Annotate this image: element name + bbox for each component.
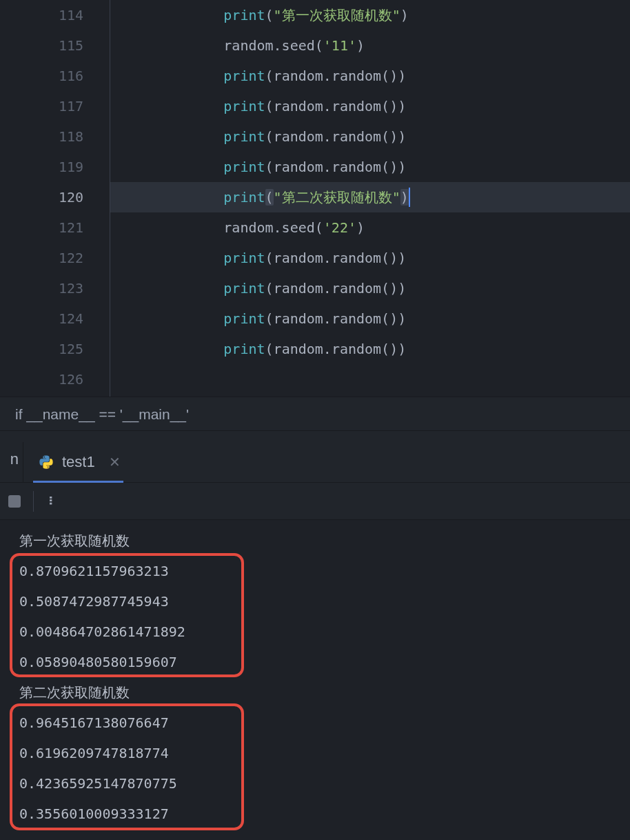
- console-line: 0.42365925147870775: [19, 768, 630, 799]
- stop-button[interactable]: [8, 495, 21, 508]
- code-area[interactable]: print("第一次获取随机数") random.seed('11') prin…: [110, 0, 630, 397]
- line-number: 122: [0, 243, 83, 273]
- line-number: 123: [0, 273, 83, 303]
- console-output[interactable]: 第一次获取随机数0.87096211579632130.508747298774…: [0, 520, 630, 829]
- toolbar-divider: [33, 491, 34, 512]
- console-line: 0.8709621157963213: [19, 556, 630, 586]
- code-line[interactable]: print(random.random()): [110, 61, 630, 91]
- line-number: 119: [0, 152, 83, 182]
- breadcrumb[interactable]: if __name__ == '__main__': [0, 397, 630, 431]
- code-line[interactable]: random.seed('22'): [110, 212, 630, 243]
- code-line[interactable]: print(random.random()): [110, 303, 630, 334]
- line-number: 118: [0, 121, 83, 152]
- console-line: 0.5087472987745943: [19, 586, 630, 617]
- run-toolbar: ⋯: [0, 483, 630, 520]
- code-line[interactable]: print(random.random()): [110, 334, 630, 364]
- previous-tab-fragment[interactable]: n: [0, 442, 23, 482]
- close-icon[interactable]: ✕: [109, 454, 121, 470]
- console-line: 0.9645167138076647: [19, 708, 630, 738]
- code-editor[interactable]: 114115116117118119120121122123124125126 …: [0, 0, 630, 397]
- line-number: 126: [0, 364, 83, 394]
- console-line: 0.6196209747818774: [19, 738, 630, 768]
- code-line[interactable]: print(random.random()): [110, 152, 630, 182]
- tab-test1[interactable]: test1 ✕: [23, 442, 133, 482]
- console-line: 0.004864702861471892: [19, 617, 630, 647]
- console-line: 第二次获取随机数: [19, 677, 630, 708]
- code-line[interactable]: print(random.random()): [110, 91, 630, 121]
- line-number: 120: [0, 182, 83, 212]
- code-line[interactable]: print(random.random()): [110, 273, 630, 303]
- code-line[interactable]: print("第一次获取随机数"): [110, 0, 630, 30]
- more-actions-icon[interactable]: ⋯: [43, 496, 60, 506]
- line-number: 117: [0, 91, 83, 121]
- code-line[interactable]: random.seed('11'): [110, 30, 630, 61]
- console-line: 0.3556010009333127: [19, 799, 630, 829]
- line-number: 125: [0, 334, 83, 364]
- run-tab-bar: n test1 ✕: [0, 431, 630, 483]
- python-icon: [39, 454, 54, 470]
- line-number: 116: [0, 61, 83, 91]
- line-number: 121: [0, 212, 83, 243]
- line-number: 115: [0, 30, 83, 61]
- tab-label: test1: [62, 453, 95, 471]
- code-line[interactable]: print("第二次获取随机数"): [110, 182, 630, 212]
- code-line[interactable]: [110, 364, 630, 394]
- code-line[interactable]: print(random.random()): [110, 243, 630, 273]
- text-cursor: [409, 188, 410, 207]
- code-line[interactable]: print(random.random()): [110, 121, 630, 152]
- console-line: 0.05890480580159607: [19, 647, 630, 677]
- console-line: 第一次获取随机数: [19, 526, 630, 556]
- line-number: 124: [0, 303, 83, 334]
- line-number-gutter: 114115116117118119120121122123124125126: [0, 0, 110, 397]
- line-number: 114: [0, 0, 83, 30]
- breadcrumb-text: if __name__ == '__main__': [15, 406, 189, 422]
